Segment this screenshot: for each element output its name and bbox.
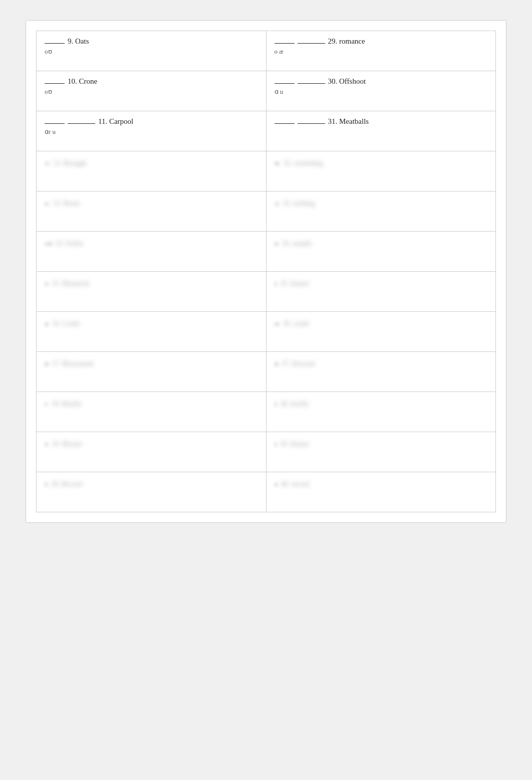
answer-blank xyxy=(68,123,95,124)
phonetics-label: ɑ u xyxy=(275,88,488,96)
answer-blank xyxy=(275,43,295,44)
phonetics-label: ɑr u xyxy=(45,128,258,136)
blurred-phonetics: uː xyxy=(45,200,50,208)
blurred-clue: 15. Blustered xyxy=(52,280,89,288)
cell-row7-left: ʌ15. Blustered xyxy=(37,272,267,312)
blurred-phonetics: ɪ xyxy=(275,280,277,288)
answer-blank xyxy=(298,43,325,44)
blurred-phonetics: ɔː xyxy=(45,159,50,167)
blurred-phonetics: ɪ xyxy=(275,440,277,448)
clue-text: 29. romance xyxy=(328,37,365,46)
clue-grid: 9. Oatsoʊ29. romanceo æ10. Croneoʊ30. Of… xyxy=(36,31,496,512)
blurred-phonetics: ɑː xyxy=(275,159,281,167)
cell-row2-right: 30. Offshootɑ u xyxy=(267,71,496,111)
blurred-phonetics: æ xyxy=(45,320,49,328)
blurred-clue: 19. Bluster xyxy=(52,440,82,448)
cell-row11-right: ɪ39. bluster xyxy=(267,432,496,472)
phonetics-label: oʊ xyxy=(45,88,258,96)
blurred-phonetics: eɪ xyxy=(275,320,280,328)
answer-blank xyxy=(275,83,295,84)
cell-row8-left: æ16. Castle xyxy=(37,312,267,352)
blurred-clue: 35. bluster xyxy=(280,280,310,288)
clue-text: 31. Meatballs xyxy=(328,117,369,126)
blurred-phonetics: ɪ xyxy=(275,400,277,408)
cell-row7-right: ɪ35. bluster xyxy=(267,272,496,312)
blurred-clue: 20. Record xyxy=(51,480,82,488)
blurred-clue: 36. castle xyxy=(283,320,309,328)
answer-blank xyxy=(45,43,65,44)
blurred-phonetics: ɔː xyxy=(275,200,280,208)
cell-row1-left: 9. Oatsoʊ xyxy=(37,31,267,71)
answer-blank xyxy=(45,83,65,84)
cell-row5-right: ɔː33. nothing xyxy=(267,191,496,232)
blurred-phonetics: oʊ xyxy=(45,240,52,248)
clue-text: 30. Offshoot xyxy=(328,77,366,86)
cell-row12-left: ɛ20. Record xyxy=(37,472,267,512)
blurred-clue: 38. briefly xyxy=(280,400,309,408)
blurred-clue: 32. something xyxy=(284,159,323,167)
blurred-clue: 40. record xyxy=(281,480,310,488)
cell-row8-right: eɪ36. castle xyxy=(267,312,496,352)
phonetics-label: oʊ xyxy=(45,48,258,56)
blurred-clue: 16. Castle xyxy=(52,320,80,328)
blurred-clue: 34. sample xyxy=(282,240,312,248)
cell-row5-left: uː13. Route xyxy=(37,191,267,232)
blurred-clue: 37. blossom xyxy=(282,360,316,368)
answer-blank xyxy=(275,123,295,124)
blurred-phonetics: ʌ xyxy=(45,440,49,448)
clue-text: 10. Crone xyxy=(68,77,97,86)
answer-blank xyxy=(298,123,325,124)
blurred-phonetics: æ xyxy=(275,240,279,248)
cell-row3-right: 31. Meatballs xyxy=(267,111,496,151)
answer-blank xyxy=(298,83,325,84)
clue-text: 9. Oats xyxy=(68,37,89,46)
blurred-phonetics: iː xyxy=(45,400,49,408)
blurred-clue: 39. bluster xyxy=(280,440,310,448)
cell-row10-right: ɪ38. briefly xyxy=(267,392,496,432)
cell-row4-left: ɔː12. Brought xyxy=(37,151,267,191)
answer-blank xyxy=(45,123,65,124)
blurred-clue: 17. Blossomed xyxy=(52,360,93,368)
cell-row12-right: ɛ40. record xyxy=(267,472,496,512)
cell-row1-right: 29. romanceo æ xyxy=(267,31,496,71)
cell-row6-left: oʊ14. Stolen xyxy=(37,232,267,272)
blurred-clue: 12. Brought xyxy=(53,159,87,167)
blurred-phonetics: ɛ xyxy=(45,480,48,488)
cell-row9-left: ɒ17. Blossomed xyxy=(37,352,267,392)
blurred-phonetics: ɛ xyxy=(275,480,278,488)
phonetics-label: o æ xyxy=(275,48,488,56)
page: 9. Oatsoʊ29. romanceo æ10. Croneoʊ30. Of… xyxy=(26,20,506,523)
cell-row3-left: 11. Carpoolɑr u xyxy=(37,111,267,151)
cell-row9-right: ɒ37. blossom xyxy=(267,352,496,392)
blurred-phonetics: ɒ xyxy=(45,360,49,368)
cell-row11-left: ʌ19. Bluster xyxy=(37,432,267,472)
cell-row4-right: ɑː32. something xyxy=(267,151,496,191)
blurred-clue: 33. nothing xyxy=(283,200,315,208)
blurred-clue: 13. Route xyxy=(53,200,80,208)
clue-text: 11. Carpool xyxy=(98,117,133,126)
blurred-phonetics: ʌ xyxy=(45,280,49,288)
blurred-clue: 14. Stolen xyxy=(55,240,84,248)
cell-row6-right: æ34. sample xyxy=(267,232,496,272)
cell-row10-left: iː18. Briefly xyxy=(37,392,267,432)
blurred-phonetics: ɒ xyxy=(275,360,279,368)
blurred-clue: 18. Briefly xyxy=(52,400,82,408)
cell-row2-left: 10. Croneoʊ xyxy=(37,71,267,111)
